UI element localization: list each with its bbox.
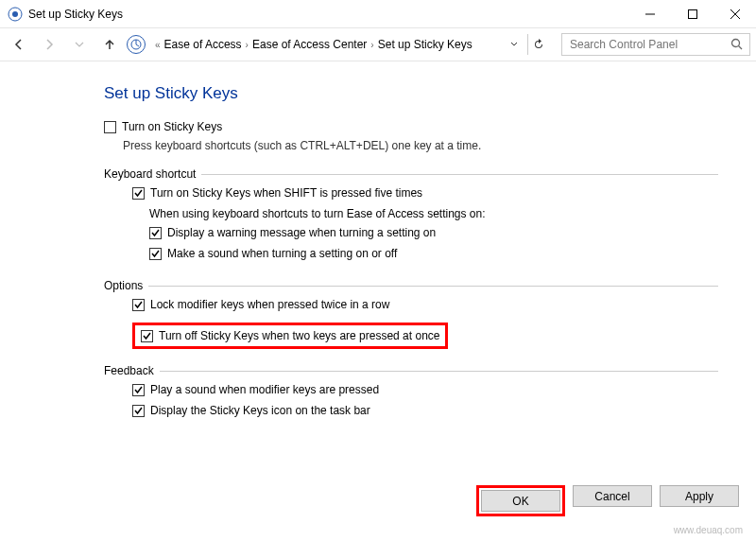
checkbox-icon[interactable] [104, 121, 116, 133]
checkbox-label: Display the Sticky Keys icon on the task… [150, 404, 370, 417]
checkbox-icon[interactable] [132, 384, 145, 396]
breadcrumb-item[interactable]: Ease of Access [164, 38, 242, 51]
checkbox-label: Play a sound when modifier keys are pres… [150, 383, 379, 396]
content-area: Set up Sticky Keys Turn on Sticky Keys P… [0, 61, 756, 417]
highlight-box: Turn off Sticky Keys when two keys are p… [132, 323, 448, 349]
nav-row: « Ease of Access › Ease of Access Center… [0, 28, 756, 61]
maximize-button[interactable] [671, 0, 713, 28]
checkbox-play-sound[interactable]: Play a sound when modifier keys are pres… [104, 383, 718, 396]
app-icon [8, 7, 23, 22]
group-title: Keyboard shortcut [104, 167, 196, 181]
back-button[interactable] [6, 31, 32, 58]
checkbox-shift-five[interactable]: Turn on Sticky Keys when SHIFT is presse… [104, 186, 718, 200]
breadcrumb-dropdown[interactable] [507, 34, 522, 55]
checkbox-icon[interactable] [149, 227, 162, 239]
shortcut-subdesc: When using keyboard shortcuts to turn Ea… [149, 207, 718, 220]
highlight-box: OK [476, 485, 565, 516]
checkbox-label: Turn on Sticky Keys when SHIFT is presse… [150, 186, 422, 200]
checkbox-icon[interactable] [132, 299, 145, 311]
checkbox-icon[interactable] [149, 248, 162, 260]
group-keyboard-shortcut: Keyboard shortcut [104, 167, 718, 181]
group-title: Options [104, 279, 143, 292]
group-feedback: Feedback [104, 364, 718, 377]
minimize-button[interactable] [628, 0, 671, 28]
svg-rect-3 [688, 9, 696, 18]
checkbox-label: Turn off Sticky Keys when two keys are p… [159, 329, 439, 342]
chevron-left-icon: « [153, 40, 163, 50]
svg-point-1 [12, 11, 18, 17]
page-heading: Set up Sticky Keys [104, 84, 718, 103]
search-input[interactable] [568, 37, 730, 52]
svg-point-7 [732, 40, 740, 47]
search-icon[interactable] [730, 38, 744, 51]
close-button[interactable] [713, 0, 756, 28]
watermark: www.deuaq.com [674, 525, 743, 535]
footer-buttons: OK Cancel Apply [476, 485, 739, 516]
checkbox-label: Turn on Sticky Keys [122, 120, 222, 133]
up-button[interactable] [96, 31, 123, 58]
breadcrumb-item[interactable]: Set up Sticky Keys [378, 38, 472, 51]
group-title: Feedback [104, 364, 154, 377]
chevron-right-icon: › [369, 40, 375, 50]
checkbox-icon[interactable] [132, 187, 145, 200]
checkbox-icon[interactable] [141, 330, 153, 342]
apply-button[interactable]: Apply [660, 485, 739, 507]
group-options: Options [104, 279, 718, 292]
chevron-right-icon: › [244, 40, 250, 50]
checkbox-turn-off-highlighted[interactable]: Turn off Sticky Keys when two keys are p… [104, 323, 718, 349]
recent-dropdown[interactable] [66, 31, 93, 58]
breadcrumb[interactable]: « Ease of Access › Ease of Access Center… [149, 33, 552, 56]
checkbox-warn[interactable]: Display a warning message when turning a… [104, 226, 718, 239]
checkbox-icon[interactable] [132, 405, 145, 417]
titlebar: Set up Sticky Keys [0, 0, 756, 28]
checkbox-label: Make a sound when turning a setting on o… [167, 247, 397, 260]
control-panel-icon [127, 35, 146, 54]
checkbox-show-icon[interactable]: Display the Sticky Keys icon on the task… [104, 404, 718, 417]
checkbox-label: Lock modifier keys when pressed twice in… [150, 298, 389, 311]
forward-button[interactable] [36, 31, 62, 58]
window-title: Set up Sticky Keys [28, 8, 123, 21]
checkbox-turn-on-sticky[interactable]: Turn on Sticky Keys [104, 120, 718, 133]
checkbox-sound[interactable]: Make a sound when turning a setting on o… [104, 247, 718, 260]
refresh-button[interactable] [527, 34, 548, 55]
search-box[interactable] [561, 33, 750, 56]
breadcrumb-item[interactable]: Ease of Access Center [252, 38, 367, 51]
checkbox-label: Display a warning message when turning a… [167, 226, 436, 239]
turn-on-desc: Press keyboard shortcuts (such as CTRL+A… [123, 139, 718, 152]
checkbox-lock-modifier[interactable]: Lock modifier keys when pressed twice in… [104, 298, 718, 311]
svg-line-8 [739, 46, 743, 50]
cancel-button[interactable]: Cancel [573, 485, 652, 507]
ok-button[interactable]: OK [481, 490, 560, 512]
